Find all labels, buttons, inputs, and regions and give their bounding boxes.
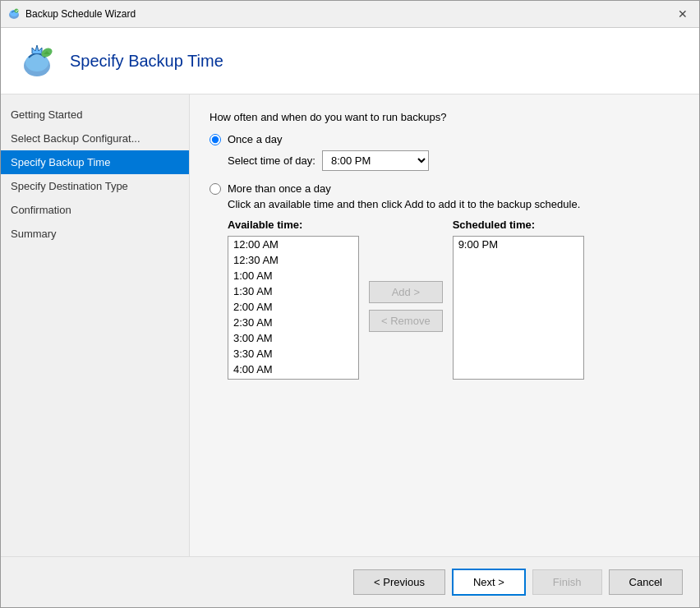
list-item[interactable]: 1:00 AM: [228, 268, 358, 283]
sidebar-item-confirmation[interactable]: Confirmation: [1, 198, 189, 222]
more-than-section: More than once a day Click an available …: [210, 182, 679, 380]
scheduled-time-label: Scheduled time:: [453, 219, 584, 231]
more-than-row: More than once a day: [210, 182, 679, 195]
app-icon: [7, 7, 21, 21]
sidebar-item-specify-destination[interactable]: Specify Destination Type: [1, 174, 189, 198]
list-item[interactable]: 2:00 AM: [228, 299, 358, 315]
question-text: How often and when do you want to run ba…: [210, 111, 679, 123]
wizard-icon: [17, 41, 57, 81]
svg-point-2: [15, 9, 19, 13]
sidebar-item-select-backup[interactable]: Select Backup Configurat...: [1, 127, 189, 150]
more-than-radio[interactable]: [210, 183, 221, 195]
wizard-window: Backup Schedule Wizard ✕ Specify Backup …: [0, 0, 700, 608]
content-area: How often and when do you want to run ba…: [190, 94, 699, 556]
header-area: Specify Backup Time: [1, 28, 699, 94]
list-item[interactable]: 3:00 AM: [228, 330, 358, 346]
more-than-label: More than once a day: [228, 182, 331, 195]
close-button[interactable]: ✕: [673, 6, 693, 22]
list-item[interactable]: 3:30 AM: [228, 346, 358, 362]
list-item[interactable]: 12:00 AM: [228, 237, 358, 252]
list-item[interactable]: 9:00 PM: [454, 237, 583, 252]
sidebar: Getting StartedSelect Backup Configurat.…: [1, 94, 190, 556]
list-item[interactable]: 4:00 AM: [228, 362, 358, 377]
next-button[interactable]: Next >: [452, 569, 526, 596]
sidebar-item-summary[interactable]: Summary: [1, 222, 189, 246]
available-time-list[interactable]: 12:00 AM12:30 AM1:00 AM1:30 AM2:00 AM2:3…: [228, 236, 359, 380]
add-remove-buttons: Add > < Remove: [369, 281, 443, 332]
sidebar-item-specify-backup-time[interactable]: Specify Backup Time: [1, 150, 189, 174]
time-of-day-select[interactable]: 12:00 AM12:30 AM1:00 AM1:30 AM2:00 AM2:3…: [322, 150, 429, 171]
list-item[interactable]: 1:30 AM: [228, 283, 358, 299]
list-item[interactable]: 12:30 AM: [228, 252, 358, 268]
hint-text: Click an available time and then click A…: [228, 198, 679, 210]
page-title: Specify Backup Time: [70, 52, 223, 71]
scheduled-time-section: Scheduled time: 9:00 PM: [453, 219, 584, 380]
available-time-label: Available time:: [228, 219, 359, 231]
once-a-day-radio[interactable]: [210, 134, 221, 145]
main-content: Getting StartedSelect Backup Configurat.…: [1, 94, 699, 556]
lists-container: Available time: 12:00 AM12:30 AM1:00 AM1…: [228, 219, 679, 380]
scheduled-time-list[interactable]: 9:00 PM: [453, 236, 584, 380]
cancel-button[interactable]: Cancel: [609, 569, 683, 595]
window-title: Backup Schedule Wizard: [25, 8, 136, 20]
time-select-row: Select time of day: 12:00 AM12:30 AM1:00…: [228, 150, 679, 171]
remove-button[interactable]: < Remove: [369, 310, 443, 332]
previous-button[interactable]: < Previous: [353, 569, 445, 595]
select-time-label: Select time of day:: [228, 154, 315, 167]
once-a-day-section: Once a day Select time of day: 12:00 AM1…: [210, 133, 679, 171]
once-a-day-label: Once a day: [228, 133, 283, 145]
radio-group: Once a day Select time of day: 12:00 AM1…: [210, 133, 679, 380]
finish-button: Finish: [532, 569, 602, 595]
add-button[interactable]: Add >: [369, 281, 443, 303]
once-a-day-row: Once a day: [210, 133, 679, 145]
available-time-section: Available time: 12:00 AM12:30 AM1:00 AM1…: [228, 219, 359, 380]
title-bar: Backup Schedule Wizard ✕: [1, 1, 699, 28]
list-item[interactable]: 2:30 AM: [228, 315, 358, 330]
footer: < Previous Next > Finish Cancel: [1, 556, 699, 607]
title-bar-left: Backup Schedule Wizard: [7, 7, 136, 21]
sidebar-item-getting-started[interactable]: Getting Started: [1, 103, 189, 127]
